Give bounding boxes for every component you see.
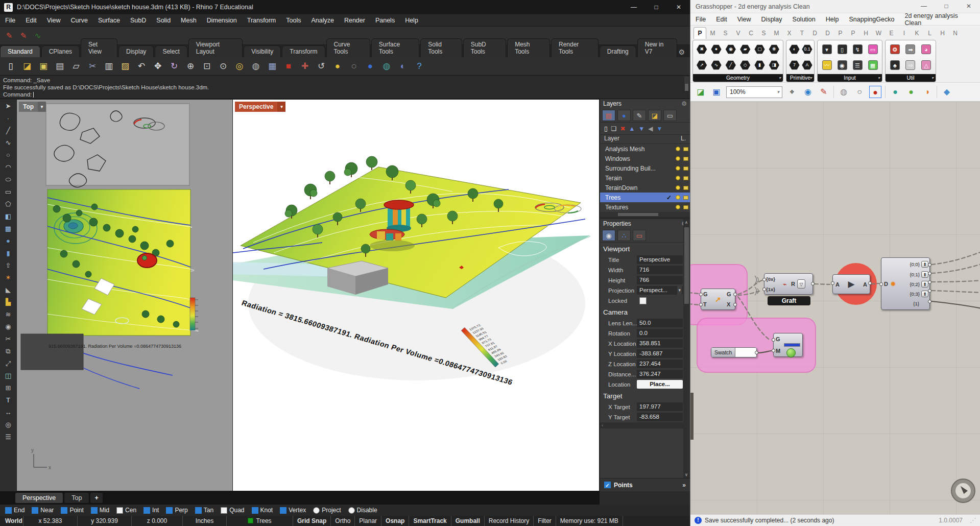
toolbar-icon[interactable]: ◍ — [380, 60, 393, 73]
menu-item[interactable]: Mesh — [176, 17, 202, 24]
gh-component-icon[interactable]: ● — [711, 44, 722, 54]
toolbar-tab[interactable]: Viewport Layout — [188, 38, 243, 57]
maximize-button[interactable]: □ — [645, 0, 667, 14]
toolbar-icon[interactable]: ◪ — [20, 60, 34, 73]
toolbar-tab[interactable]: CPlanes — [41, 45, 80, 57]
gh-component-icon[interactable]: ❋ — [769, 44, 779, 54]
preview-mode-icon[interactable]: ◍ — [838, 86, 850, 98]
layer-visibility-bulb-icon[interactable] — [674, 194, 682, 201]
layers-panel-tab-icon[interactable]: ● — [617, 110, 631, 121]
toolbar-icon[interactable]: ▥ — [102, 60, 115, 73]
close-button[interactable]: ✕ — [667, 0, 690, 14]
property-row[interactable]: Rotation0.0 — [600, 328, 683, 338]
layer-visibility-bulb-icon[interactable] — [674, 184, 682, 192]
osnap-checkbox[interactable] — [61, 507, 67, 514]
gh-close-button[interactable]: ✕ — [958, 0, 980, 13]
layer-lock-icon[interactable] — [682, 155, 690, 162]
layer-visibility-bulb-icon[interactable] — [674, 204, 682, 211]
layer-row[interactable]: Surrounding Buil... ✓ — [600, 163, 690, 173]
side-tool-icon[interactable]: ⇧ — [2, 259, 14, 272]
side-tool-icon[interactable]: ⊞ — [2, 382, 14, 394]
menu-item[interactable]: Tools — [281, 17, 306, 24]
input-port[interactable] — [762, 278, 766, 281]
osnap-checkbox[interactable] — [5, 507, 12, 514]
toolbar-icon[interactable]: ◎ — [233, 60, 246, 73]
output-port[interactable] — [811, 282, 815, 285]
toolbar-tab[interactable]: Standard — [0, 45, 40, 57]
layer-tool-icon[interactable]: ✖ — [620, 125, 625, 132]
gear-icon[interactable]: ⚙ — [681, 99, 687, 108]
osnap-toggle[interactable]: Vertex — [280, 507, 306, 514]
gh-component-icon[interactable]: ✖ — [697, 44, 707, 54]
hex-display-icon[interactable]: ◆ — [941, 86, 953, 98]
units-field[interactable]: Inches — [183, 516, 227, 526]
layer-row[interactable]: Analysis Mesh ✓ — [600, 144, 690, 154]
minimize-button[interactable]: — — [623, 0, 645, 14]
graft-component[interactable]: {0x}{1x} ⌁ R ▽ Graft — [764, 273, 813, 295]
osnap-checkbox[interactable] — [313, 507, 320, 514]
gh-category-tab[interactable]: M — [706, 28, 719, 39]
property-row[interactable]: Distance...376.247 — [600, 369, 683, 379]
toolbar-tab[interactable]: Select — [155, 45, 187, 57]
output-port[interactable] — [733, 293, 737, 296]
side-tool-icon[interactable]: ▙ — [2, 296, 14, 308]
gh-toolbar-icon[interactable]: ✎ — [818, 86, 830, 98]
gh-component-icon[interactable]: ▦ — [868, 60, 878, 70]
osnap-checkbox[interactable] — [280, 507, 286, 514]
layers-panel-tab-icon[interactable]: ✎ — [633, 110, 646, 121]
side-tool-icon[interactable]: ◉ — [2, 321, 14, 333]
gh-component-icon[interactable]: 0.1 — [802, 44, 812, 54]
toolbar-icon[interactable]: ↻ — [168, 60, 181, 73]
toolbar-icon[interactable]: ▦ — [266, 60, 279, 73]
side-tool-icon[interactable]: ⬭ — [2, 174, 14, 186]
gh-category-tab[interactable]: C — [745, 28, 757, 39]
side-tool-icon[interactable]: ▭ — [2, 186, 14, 198]
side-tool-icon[interactable]: ◠ — [2, 161, 14, 174]
gh-menu-item[interactable]: Help — [821, 16, 844, 23]
play-component[interactable]: A ▶ A — [832, 274, 870, 294]
property-row[interactable]: Y Location-383.687 — [600, 349, 683, 358]
properties-vscrollbar[interactable]: ∧∨ — [683, 219, 690, 478]
layer-row[interactable]: Trees ✓ — [600, 193, 690, 202]
gh-component-icon[interactable]: ▢ — [754, 44, 765, 54]
side-tool-icon[interactable]: ➤ — [2, 100, 14, 112]
gh-component-icon[interactable]: ⇨ — [905, 60, 915, 70]
swatch-component[interactable]: Swatch — [711, 347, 757, 357]
toolbar-icon[interactable]: ✥ — [151, 60, 164, 73]
gh-category-tab[interactable]: H — [859, 28, 872, 39]
gh-menu-item[interactable]: Edit — [711, 16, 732, 23]
layer-row[interactable]: Terain ✓ — [600, 173, 690, 183]
toolbar-icon[interactable]: ◐ — [396, 60, 410, 73]
gh-menu-item[interactable]: Display — [756, 16, 787, 23]
property-row[interactable]: Locked — [600, 296, 683, 305]
layer-tool-icon[interactable]: ▼ — [656, 125, 662, 132]
toolbar-icon[interactable]: ⊡ — [200, 60, 213, 73]
side-tool-icon[interactable]: ☰ — [2, 431, 14, 443]
osnap-toggle[interactable]: Point — [61, 507, 83, 514]
side-tool-icon[interactable]: ◎ — [2, 419, 14, 431]
viewport-tab[interactable]: Perspective — [15, 493, 63, 503]
toolbar-icon[interactable]: ↺ — [315, 60, 328, 73]
funnel-button[interactable]: ▽ — [797, 279, 805, 289]
property-row[interactable]: LocationPlace... — [600, 379, 683, 389]
side-tool-icon[interactable]: ⤢ — [2, 357, 14, 370]
status-toggle[interactable]: Filter — [534, 516, 556, 526]
gh-toolbar-icon[interactable]: ◪ — [695, 86, 707, 98]
menu-item[interactable]: File — [0, 17, 20, 24]
gh-component-icon[interactable]: ◉ — [725, 44, 736, 54]
menu-item[interactable]: Panels — [370, 17, 400, 24]
side-tool-icon[interactable]: T — [2, 394, 14, 407]
gh-component-icon[interactable]: ↯ — [853, 44, 863, 54]
gh-component-icon[interactable]: ◐ — [789, 44, 800, 54]
gh-category-tab[interactable]: S — [757, 28, 770, 39]
menu-item[interactable]: Solid — [151, 17, 176, 24]
side-tool-icon[interactable]: ▩ — [2, 223, 14, 235]
toolbar-icon[interactable]: ▱ — [69, 60, 83, 73]
toolbar-icon[interactable]: ● — [364, 60, 377, 73]
toolbar-icon[interactable]: ⊙ — [217, 60, 230, 73]
osnap-checkbox[interactable] — [195, 507, 202, 514]
input-port[interactable] — [831, 281, 834, 285]
gh-category-tab[interactable]: P — [847, 28, 859, 39]
osnap-toggle[interactable]: Tan — [195, 507, 213, 514]
gh-toolbar-icon[interactable]: ● — [889, 86, 901, 98]
